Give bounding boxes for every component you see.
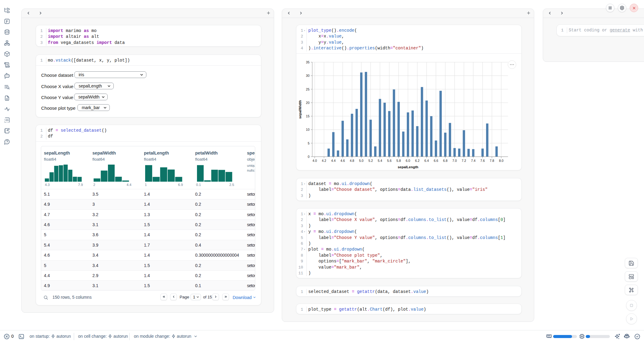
svg-text:6.0: 6.0 [406,159,410,162]
svg-text:5.0: 5.0 [359,159,364,162]
svg-text:15: 15 [306,114,309,118]
svg-text:10: 10 [306,128,309,131]
svg-text:25: 25 [306,87,309,91]
svg-text:4.6: 4.6 [340,159,345,162]
svg-text:6.8: 6.8 [443,159,448,162]
svg-text:7.6: 7.6 [480,159,485,162]
svg-text:sepalLength: sepalLength [398,165,418,169]
svg-text:6.4: 6.4 [424,159,429,162]
svg-text:5: 5 [308,141,309,145]
svg-text:5.6: 5.6 [387,159,392,162]
svg-text:4.4: 4.4 [331,159,336,162]
svg-text:7.0: 7.0 [452,159,457,162]
svg-text:35: 35 [306,60,309,64]
svg-text:sepalWidth: sepalWidth [298,100,302,119]
svg-text:4.2: 4.2 [322,159,326,162]
svg-text:5.2: 5.2 [368,159,373,162]
svg-text:20: 20 [306,101,309,105]
svg-text:6.6: 6.6 [434,159,438,162]
svg-text:5.4: 5.4 [378,159,382,162]
svg-text:6.2: 6.2 [415,159,420,162]
svg-text:4.0: 4.0 [313,159,317,162]
svg-text:7.8: 7.8 [490,159,494,162]
svg-text:7.2: 7.2 [462,159,466,162]
svg-text:4.8: 4.8 [350,159,354,162]
svg-text:5.8: 5.8 [396,159,401,162]
svg-text:0: 0 [308,155,309,159]
svg-text:30: 30 [306,74,309,77]
svg-text:8.0: 8.0 [499,159,503,162]
svg-text:7.4: 7.4 [471,159,476,162]
